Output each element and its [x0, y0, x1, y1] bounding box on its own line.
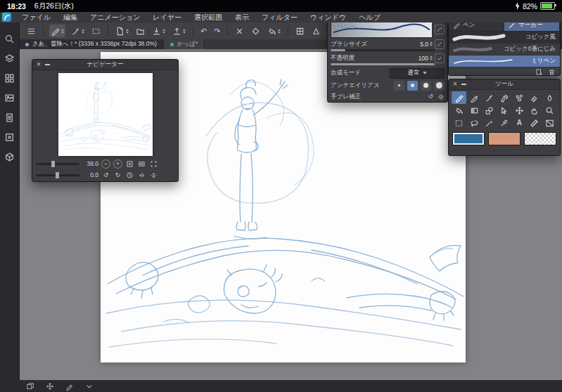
antialias-none-button[interactable] [394, 81, 404, 91]
spinner-icon[interactable] [430, 41, 433, 46]
reset-all-settings-icon[interactable]: ↺ [428, 93, 433, 100]
tool-figure[interactable] [482, 104, 497, 117]
close-icon[interactable]: × [453, 81, 457, 88]
tool-zoom[interactable] [542, 104, 557, 117]
main-color-swatch[interactable] [452, 132, 485, 145]
menu-view[interactable]: 表示 [229, 12, 255, 22]
rotate-right-button[interactable]: ↻ [113, 171, 122, 180]
sidebar-palette-button[interactable] [4, 73, 15, 84]
menu-layer[interactable]: レイヤー [146, 12, 188, 22]
subtool-item-copic-blur[interactable]: コピック0番にじみ [449, 44, 560, 55]
sidebar-material-button[interactable] [4, 93, 15, 103]
tab-adventure[interactable]: さあ、冒険へ！* (3336 x 3336px 72dpi 38.0%) [19, 39, 164, 49]
delete-subtool-button[interactable] [548, 68, 556, 76]
panel-settings-icon[interactable] [438, 93, 445, 100]
sidebar-3d-button[interactable] [4, 152, 15, 162]
tool-auto-select[interactable] [482, 117, 497, 129]
rotate-slider[interactable] [36, 174, 79, 176]
tool-brush[interactable] [482, 91, 497, 104]
menu-selection[interactable]: 選択範囲 [188, 12, 229, 22]
tool-marquee[interactable] [452, 117, 466, 129]
close-icon[interactable]: × [37, 61, 41, 68]
zoom-out-button[interactable]: − [101, 159, 110, 169]
minimize-icon[interactable] [45, 64, 50, 65]
menu-window[interactable]: ウィンドウ [304, 12, 352, 22]
zoom-slider[interactable] [36, 163, 79, 165]
tool-decoration[interactable] [512, 91, 527, 104]
menu-filter[interactable]: フィルター [255, 12, 304, 22]
tool-frame[interactable] [542, 117, 557, 129]
save-button[interactable] [151, 25, 167, 37]
rotate-left-button[interactable]: ↺ [101, 171, 110, 180]
app-logo-icon[interactable] [2, 13, 11, 22]
sidebar-layers-button[interactable] [4, 53, 15, 64]
antialias-middle-button[interactable] [421, 81, 431, 91]
bottom-collapse-button[interactable] [85, 382, 94, 391]
transparent-color-swatch[interactable] [524, 132, 556, 145]
new-canvas-button[interactable] [114, 25, 130, 37]
add-subtool-button[interactable] [535, 68, 543, 76]
sidebar-export-button[interactable] [4, 132, 15, 143]
tool-text[interactable]: A [512, 117, 527, 129]
tool-hand[interactable] [527, 104, 542, 117]
export-button[interactable] [171, 25, 187, 37]
sidebar-search-button[interactable] [4, 34, 15, 44]
grid-button[interactable] [294, 25, 306, 37]
reset-rotation-button[interactable] [125, 171, 134, 180]
zoom-slider-knob[interactable] [51, 161, 55, 167]
bottom-edit-button[interactable] [65, 382, 74, 391]
menu-file[interactable]: ファイル [15, 12, 57, 22]
brush-size-value[interactable]: 5.0 [420, 41, 428, 48]
navigator-thumbnail[interactable] [58, 73, 153, 156]
menu-animation[interactable]: アニメーション [84, 12, 146, 22]
blend-mode-dropdown[interactable]: 通常 [390, 68, 445, 79]
spinner-icon[interactable] [430, 55, 433, 60]
subtool-item-copic[interactable]: コピック風 [449, 32, 560, 44]
zoom-in-button[interactable]: + [113, 159, 122, 169]
minimize-icon[interactable] [461, 84, 466, 85]
selection-tool-button[interactable] [90, 25, 102, 37]
snap-button[interactable] [250, 25, 262, 37]
tool-airbrush[interactable] [497, 91, 511, 104]
tool-ruler[interactable] [527, 117, 542, 129]
subtool-picker-button[interactable] [70, 25, 86, 37]
actual-pixels-button[interactable] [125, 159, 134, 169]
opacity-value[interactable]: 100 [419, 55, 428, 62]
tool-gradient[interactable] [466, 104, 481, 117]
bottom-move-button[interactable] [46, 382, 54, 391]
undo-button[interactable]: ↶ [199, 25, 208, 37]
brush-size-dynamics-button[interactable] [435, 39, 445, 49]
antialias-weak-button[interactable] [407, 81, 418, 91]
symmetry-button[interactable] [310, 25, 322, 37]
subtool-item-milipen[interactable]: ミリペン [449, 55, 560, 67]
tool-eraser[interactable] [527, 91, 542, 104]
fill-button[interactable] [266, 25, 282, 37]
sidebar-document-button[interactable] [4, 112, 15, 123]
tab-kappa[interactable]: かっぱ* [164, 39, 205, 49]
menu-help[interactable]: ヘルプ [352, 12, 387, 22]
main-menu-button[interactable] [25, 25, 37, 37]
rotate-slider-knob[interactable] [56, 172, 59, 178]
fit-screen-button[interactable] [137, 159, 146, 169]
tool-eyedropper[interactable] [497, 117, 511, 129]
menu-edit[interactable]: 編集 [57, 12, 84, 22]
opacity-slider[interactable] [331, 63, 435, 65]
antialias-strong-button[interactable] [434, 81, 445, 91]
stroke-preview-settings-icon[interactable] [435, 25, 445, 34]
flip-horizontal-button[interactable] [137, 171, 146, 180]
tool-move[interactable] [512, 104, 527, 117]
pen-tool-button[interactable] [49, 25, 65, 37]
brush-size-slider[interactable] [331, 49, 435, 51]
expand-window-button[interactable] [149, 159, 158, 169]
tool-fill[interactable] [452, 104, 466, 117]
sub-color-swatch[interactable] [488, 132, 521, 145]
tool-operation[interactable] [497, 104, 511, 117]
tool-pen[interactable] [452, 91, 466, 104]
flip-vertical-button[interactable] [149, 171, 158, 180]
tool-lasso[interactable] [466, 117, 481, 129]
clear-button[interactable] [234, 25, 245, 37]
bottom-windows-button[interactable] [26, 382, 34, 391]
open-file-button[interactable] [134, 25, 146, 37]
tool-pencil[interactable] [466, 91, 481, 104]
opacity-dynamics-button[interactable] [435, 53, 445, 63]
